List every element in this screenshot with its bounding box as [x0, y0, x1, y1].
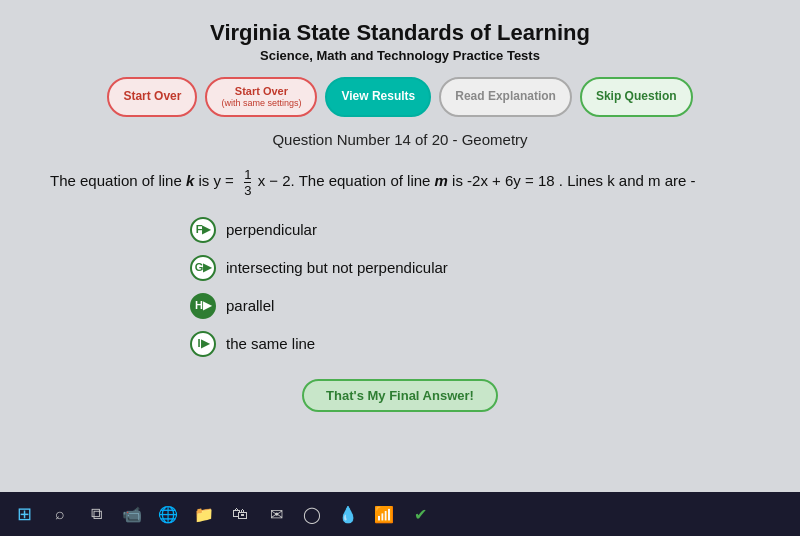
fraction-numerator: 1	[244, 168, 251, 183]
answer-item-g[interactable]: G▶ intersecting but not perpendicular	[190, 255, 650, 281]
main-screen: Virginia State Standards of Learning Sci…	[0, 0, 800, 492]
answer-badge-g: G▶	[190, 255, 216, 281]
answer-label-h: parallel	[226, 297, 274, 314]
var-k: k	[186, 172, 194, 189]
windows-icon[interactable]: ⊞	[10, 500, 38, 528]
var-m: m	[435, 172, 448, 189]
start-over-same-button[interactable]: Start Over (with same settings)	[205, 77, 317, 117]
taskbar: ⊞ ⌕ ⧉ 📹 🌐 📁 🛍 ✉ ◯ 💧 📶 ✔	[0, 492, 800, 536]
edge-icon[interactable]: 🌐	[154, 500, 182, 528]
answer-item-i[interactable]: I▶ the same line	[190, 331, 650, 357]
answer-label-f: perpendicular	[226, 221, 317, 238]
dropbox-icon[interactable]: 💧	[334, 500, 362, 528]
fraction-denominator: 3	[244, 183, 251, 197]
answer-item-f[interactable]: F▶ perpendicular	[190, 217, 650, 243]
folder-icon[interactable]: 📁	[190, 500, 218, 528]
page-subtitle: Science, Math and Technology Practice Te…	[260, 48, 540, 63]
question-number: Question Number 14 of 20 - Geometry	[272, 131, 527, 148]
answer-badge-i: I▶	[190, 331, 216, 357]
cortana-icon[interactable]: ◯	[298, 500, 326, 528]
submit-answer-button[interactable]: That's My Final Answer!	[302, 379, 498, 412]
view-results-button[interactable]: View Results	[325, 77, 431, 117]
answer-list: F▶ perpendicular G▶ intersecting but not…	[150, 217, 650, 357]
answer-label-i: the same line	[226, 335, 315, 352]
read-explanation-button[interactable]: Read Explanation	[439, 77, 572, 117]
question-text-after-frac: x − 2. The equation of line	[258, 172, 431, 189]
answer-item-h[interactable]: H▶ parallel	[190, 293, 650, 319]
skip-question-button[interactable]: Skip Question	[580, 77, 693, 117]
mail-icon[interactable]: ✉	[262, 500, 290, 528]
store-icon[interactable]: 🛍	[226, 500, 254, 528]
taskview-icon[interactable]: ⧉	[82, 500, 110, 528]
toolbar: Start Over Start Over (with same setting…	[107, 77, 692, 117]
question-text-eq2: is -2x + 6y = 18 . Lines k and m are -	[452, 172, 695, 189]
answer-badge-f: F▶	[190, 217, 216, 243]
start-over-button[interactable]: Start Over	[107, 77, 197, 117]
answer-badge-h: H▶	[190, 293, 216, 319]
question-text-before: The equation of line	[50, 172, 182, 189]
page-title: Virginia State Standards of Learning	[210, 20, 590, 46]
check-icon[interactable]: ✔	[406, 500, 434, 528]
search-icon[interactable]: ⌕	[46, 500, 74, 528]
wifi-icon[interactable]: 📶	[370, 500, 398, 528]
fraction: 1 3	[244, 168, 251, 197]
zoom-icon[interactable]: 📹	[118, 500, 146, 528]
answer-label-g: intersecting but not perpendicular	[226, 259, 448, 276]
question-text-is: is y =	[198, 172, 238, 189]
question-text: The equation of line k is y = 1 3 x − 2.…	[40, 164, 760, 197]
